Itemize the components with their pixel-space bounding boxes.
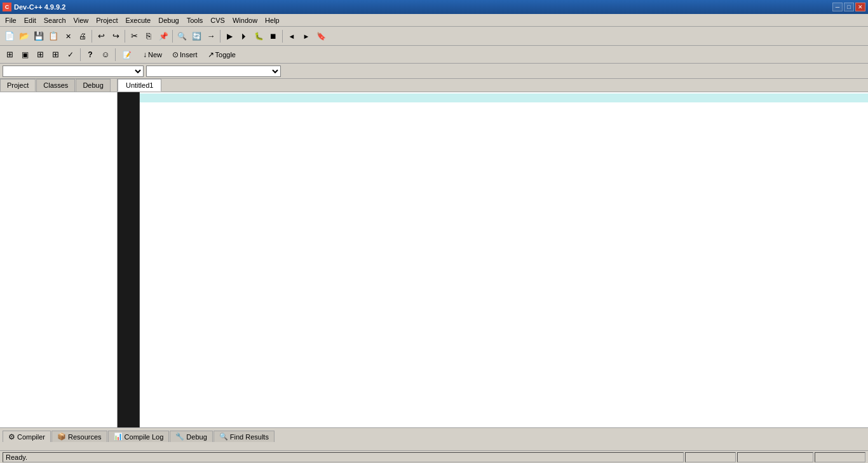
left-panel: Project Classes Debug xyxy=(0,79,118,427)
search-dropdown1[interactable] xyxy=(3,66,143,76)
resources-tab-icon xyxy=(57,432,66,441)
findresults-tab-icon xyxy=(219,432,228,441)
resources-tab-label: Resources xyxy=(68,433,102,441)
toggle-icon xyxy=(172,50,179,59)
smiley-btn[interactable] xyxy=(98,48,112,62)
code-editor[interactable] xyxy=(140,92,868,427)
menu-item-debug[interactable]: Debug xyxy=(154,15,182,25)
open-icon xyxy=(19,31,29,41)
copy-button[interactable] xyxy=(142,29,156,43)
compiler-tab-icon xyxy=(8,432,15,441)
goto-label: Toggle xyxy=(215,51,236,59)
goto-button[interactable]: Toggle xyxy=(203,48,240,62)
grid3-button[interactable] xyxy=(48,48,62,62)
status-cell1 xyxy=(685,452,736,462)
compilelog-tab-label: Compile Log xyxy=(125,433,164,441)
new-file-icon xyxy=(123,50,132,59)
cut-button[interactable] xyxy=(127,29,141,43)
stop-button[interactable] xyxy=(266,29,280,43)
left-content xyxy=(0,92,117,427)
compile-button[interactable] xyxy=(222,29,236,43)
findresults-tab-label: Find Results xyxy=(230,433,269,441)
minimize-button[interactable]: ─ xyxy=(832,3,843,11)
menu-item-file[interactable]: File xyxy=(1,15,20,25)
tab-project[interactable]: Project xyxy=(0,79,36,92)
tab-findresults[interactable]: Find Results xyxy=(214,431,275,442)
print-button[interactable] xyxy=(76,29,90,43)
undo-button[interactable] xyxy=(94,29,108,43)
goto-icon xyxy=(208,50,214,59)
bottom-tabs: Compiler Resources Compile Log Debug Fin… xyxy=(0,428,868,442)
tab-untitled1[interactable]: Untitled1 xyxy=(118,79,161,92)
new-button[interactable] xyxy=(3,29,17,43)
bookmark-icon xyxy=(316,32,326,41)
cut-icon xyxy=(131,31,138,41)
save-icon xyxy=(34,31,44,41)
save-button[interactable] xyxy=(32,29,46,43)
search-combo2 xyxy=(146,66,281,77)
compile-icon xyxy=(227,32,233,41)
menu-item-edit[interactable]: Edit xyxy=(20,15,40,25)
menu-item-project[interactable]: Project xyxy=(92,15,121,25)
tab-resources[interactable]: Resources xyxy=(51,431,107,442)
saveall-button[interactable] xyxy=(46,29,60,43)
toolbar2: New Insert Toggle xyxy=(0,46,868,64)
sep1 xyxy=(92,30,92,43)
toggle-label: Insert xyxy=(180,51,198,59)
indent-button[interactable] xyxy=(204,29,218,43)
check-button[interactable] xyxy=(64,48,78,62)
sep4 xyxy=(220,30,220,43)
new-file-button[interactable] xyxy=(118,48,137,62)
find-button[interactable] xyxy=(175,29,189,43)
grid2-button[interactable] xyxy=(33,48,47,62)
toggle-button[interactable]: Insert xyxy=(168,48,202,62)
menu-item-view[interactable]: View xyxy=(70,15,93,25)
cursor-line xyxy=(140,93,868,102)
menu-item-cvs[interactable]: CVS xyxy=(207,15,229,25)
sep3 xyxy=(172,30,173,43)
menu-item-window[interactable]: Window xyxy=(229,15,261,25)
menu-item-execute[interactable]: Execute xyxy=(121,15,154,25)
debug-tab-label: Debug xyxy=(186,433,207,441)
replace-icon xyxy=(192,32,201,41)
grid-button[interactable] xyxy=(3,48,17,62)
tab-debug-bottom[interactable]: Debug xyxy=(170,431,212,442)
back-button[interactable] xyxy=(285,29,299,43)
redo-icon xyxy=(112,31,119,41)
sep5 xyxy=(282,30,283,43)
forward-button[interactable] xyxy=(299,29,313,43)
run-icon xyxy=(240,31,248,41)
open-button[interactable] xyxy=(17,29,31,43)
insert-button[interactable]: New xyxy=(139,48,166,62)
debug-button[interactable] xyxy=(252,29,266,43)
redo-button[interactable] xyxy=(109,29,123,43)
copy-icon xyxy=(146,31,151,41)
maximize-button[interactable]: □ xyxy=(844,3,854,11)
bookmark-button[interactable] xyxy=(314,29,328,43)
menu-item-search[interactable]: Search xyxy=(40,15,70,25)
search-dropdown2[interactable] xyxy=(147,66,280,76)
window-button[interactable] xyxy=(18,48,32,62)
close-button[interactable]: ✕ xyxy=(855,3,865,11)
help-btn[interactable] xyxy=(83,48,97,62)
status-cell2 xyxy=(737,452,813,462)
grid3-icon xyxy=(52,50,59,59)
tab-classes[interactable]: Classes xyxy=(36,79,75,92)
grid2-icon xyxy=(37,50,44,59)
tab-debug[interactable]: Debug xyxy=(76,79,110,92)
main-area: Project Classes Debug Untitled1 xyxy=(0,79,868,427)
paste-button[interactable] xyxy=(156,29,170,43)
run-button[interactable] xyxy=(237,29,251,43)
menu-item-tools[interactable]: Tools xyxy=(183,15,207,25)
editor-tabs: Untitled1 xyxy=(118,79,868,92)
sep6 xyxy=(80,48,81,61)
editor-area: Untitled1 xyxy=(118,79,868,427)
replace-button[interactable] xyxy=(189,29,203,43)
insert-label: New xyxy=(148,51,162,59)
tab-compiler[interactable]: Compiler xyxy=(3,431,51,442)
tab-compilelog[interactable]: Compile Log xyxy=(108,431,170,442)
bottom-panel: Compiler Resources Compile Log Debug Fin… xyxy=(0,427,868,450)
close-file-button[interactable] xyxy=(61,29,75,43)
insert-icon xyxy=(143,50,147,59)
menu-item-help[interactable]: Help xyxy=(261,15,283,25)
